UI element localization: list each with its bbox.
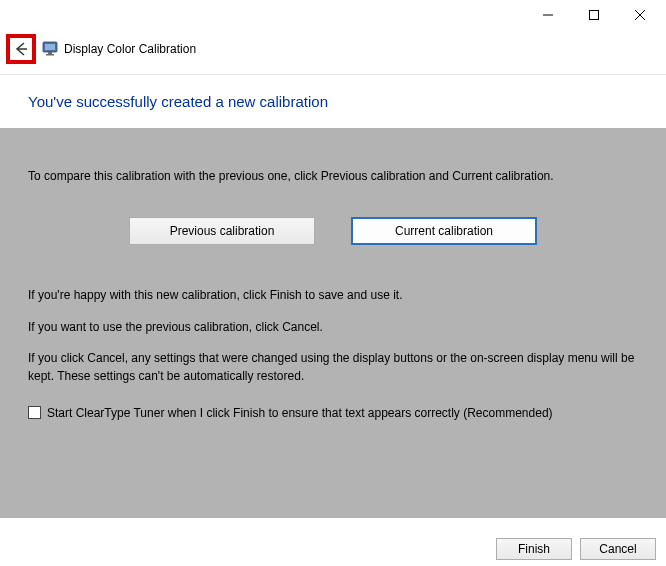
app-icon bbox=[42, 41, 58, 57]
finish-note: If you're happy with this new calibratio… bbox=[28, 287, 638, 304]
previous-calibration-button[interactable]: Previous calibration bbox=[129, 217, 315, 245]
back-button[interactable] bbox=[12, 40, 30, 58]
close-button[interactable] bbox=[618, 1, 662, 29]
cancel-note-1: If you want to use the previous calibrat… bbox=[28, 319, 638, 336]
content-panel: To compare this calibration with the pre… bbox=[0, 128, 666, 518]
minimize-icon bbox=[543, 10, 553, 20]
page-title: You've successfully created a new calibr… bbox=[28, 93, 638, 110]
close-icon bbox=[635, 10, 645, 20]
cancel-note-2: If you click Cancel, any settings that w… bbox=[28, 350, 638, 385]
finish-button[interactable]: Finish bbox=[496, 538, 572, 560]
instruction-text: To compare this calibration with the pre… bbox=[28, 168, 638, 185]
back-button-highlight bbox=[6, 34, 36, 64]
cancel-button[interactable]: Cancel bbox=[580, 538, 656, 560]
svg-rect-0 bbox=[590, 11, 599, 20]
svg-rect-4 bbox=[46, 54, 54, 56]
minimize-button[interactable] bbox=[526, 1, 570, 29]
cleartype-label: Start ClearType Tuner when I click Finis… bbox=[47, 405, 553, 422]
maximize-button[interactable] bbox=[572, 1, 616, 29]
app-title: Display Color Calibration bbox=[64, 42, 196, 56]
maximize-icon bbox=[589, 10, 599, 20]
svg-rect-2 bbox=[45, 44, 55, 50]
back-arrow-icon bbox=[13, 41, 29, 57]
cleartype-checkbox[interactable] bbox=[28, 406, 41, 419]
current-calibration-button[interactable]: Current calibration bbox=[351, 217, 537, 245]
svg-rect-3 bbox=[48, 52, 52, 54]
